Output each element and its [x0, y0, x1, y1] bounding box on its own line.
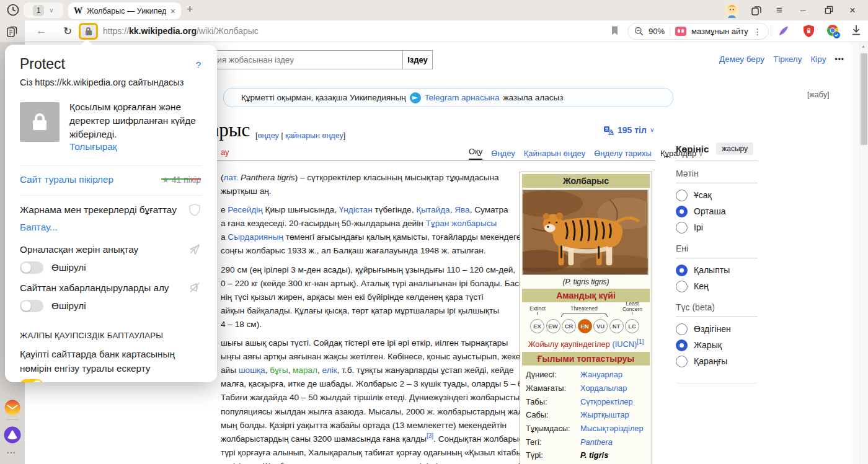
alice-assistant-icon[interactable]	[4, 426, 21, 444]
edit-source-link[interactable]: қайнарын өңдеу	[285, 131, 343, 140]
ads-configure-link[interactable]: Баптау...	[20, 222, 202, 233]
iucn-link[interactable]: (IUCN)	[612, 339, 637, 349]
address-url[interactable]: https://kk.wikipedia.org/wiki/Жолбарыс	[103, 26, 259, 36]
tab-panels-icon[interactable]	[751, 5, 762, 16]
scrollbar-up-icon[interactable]: ▲	[861, 44, 866, 48]
help-link[interactable]: ?	[196, 59, 201, 70]
radio-text-large[interactable]: Ірі	[676, 219, 758, 235]
profile-avatar[interactable]	[724, 2, 740, 18]
article-link[interactable]: Сырдарияның	[228, 232, 283, 242]
iucn-ew[interactable]: EW	[546, 319, 560, 333]
download-icon[interactable]	[851, 24, 862, 37]
tab-history[interactable]: Өңделу тарихы	[594, 149, 652, 158]
article-link[interactable]: Үндістан	[339, 205, 373, 214]
register-link[interactable]: Тіркелу	[773, 55, 802, 64]
taxon-link[interactable]: Мысықтәрізділер	[580, 424, 644, 433]
divider	[676, 160, 758, 160]
article-link[interactable]: Тұран жолбарысы	[426, 219, 497, 228]
scrollbar-thumb[interactable]	[861, 53, 867, 145]
close-window-icon[interactable]: ×	[849, 4, 856, 17]
article-line: жолбарыстардың саны 3200 шамасында ғана …	[221, 432, 520, 446]
browser-tab[interactable]: W Жолбарыс — Уикипеди ×	[68, 2, 181, 19]
language-selector[interactable]: A 195 тіл ∨	[603, 125, 654, 135]
divider	[676, 258, 758, 258]
back-icon[interactable]: ←	[36, 25, 46, 37]
read-aloud-icon[interactable]	[675, 27, 686, 36]
radio-color-auto[interactable]: Өздігінен	[676, 321, 758, 337]
radio-width-standard[interactable]: Қалыпты	[676, 262, 758, 278]
yandex-mail-icon[interactable]	[4, 400, 20, 416]
iucn-vu[interactable]: VU	[593, 319, 608, 333]
iucn-ex[interactable]: EX	[530, 319, 544, 333]
iucn-lc[interactable]: LC	[625, 319, 639, 333]
toggle-off[interactable]	[20, 300, 43, 312]
tab-close-icon[interactable]: ×	[170, 6, 175, 16]
article-link[interactable]: Ресейдің	[228, 205, 262, 214]
reload-icon[interactable]: ↻	[63, 25, 72, 38]
more-options-icon[interactable]: ⋮	[753, 27, 762, 37]
banner-close-link[interactable]: [жабу]	[807, 90, 829, 99]
user-menu-icon[interactable]: •••	[835, 55, 844, 64]
reference-link[interactable]: [1]	[637, 338, 644, 345]
read-aloud-label[interactable]: мазмұнын айту	[691, 27, 748, 36]
edit-link[interactable]: өңдеу	[257, 131, 278, 140]
taxon-link[interactable]: Жыртқыштар	[580, 410, 629, 419]
threatened-brace	[561, 313, 608, 317]
iucn-cr[interactable]: CR	[562, 319, 576, 333]
sidebar-panels-icon[interactable]	[6, 25, 18, 38]
details-link[interactable]: Толығырақ	[69, 141, 202, 152]
login-link[interactable]: Кіру	[810, 55, 826, 64]
iucn-nt[interactable]: NT	[609, 319, 624, 333]
radio-icon	[676, 323, 688, 335]
article-link[interactable]: бұғы	[270, 366, 288, 375]
site-lock-button[interactable]	[79, 23, 98, 40]
toggle-on[interactable]	[20, 379, 43, 382]
minimize-icon[interactable]: –	[800, 4, 805, 15]
iucn-en-active[interactable]: EN	[578, 319, 592, 333]
bookmark-icon[interactable]	[610, 25, 619, 36]
article-line: соңғы жолбарыс 1933 ж., ал Балқаш жағала…	[221, 244, 520, 258]
new-tab-button[interactable]: +	[187, 3, 193, 16]
article-link[interactable]: Қытайда	[416, 205, 450, 214]
radio-width-wide[interactable]: Кең	[676, 278, 758, 294]
radio-color-light[interactable]: Жарық	[676, 337, 758, 353]
toggle-off[interactable]	[20, 261, 43, 274]
article-link[interactable]: лат.	[224, 173, 239, 182]
radio-color-dark[interactable]: Қараңғы	[676, 353, 758, 369]
taxon-link[interactable]: Panthera	[580, 437, 613, 447]
tab-edit[interactable]: Өңдеу	[491, 149, 515, 158]
taxon-link[interactable]: Сүтқоректілер	[580, 397, 633, 406]
article-link[interactable]: шошқа	[239, 366, 265, 375]
zoom-level[interactable]: 90%	[649, 27, 665, 36]
tab-edit-source[interactable]: Қайнарын өңдеу	[524, 149, 585, 158]
radio-text-small[interactable]: Ұсақ	[676, 187, 758, 203]
wiki-search-button[interactable]: Іздеу	[402, 50, 433, 69]
zoom-out-icon[interactable]	[634, 27, 644, 36]
restore-window-icon[interactable]	[825, 6, 833, 14]
taxon-link[interactable]: Жануарлар	[580, 370, 622, 379]
endangered-link[interactable]: Жойылу қаупіндегілер	[528, 339, 610, 349]
sidebar-more-icon[interactable]: •••	[7, 450, 16, 456]
reference-link[interactable]: [3]	[427, 432, 433, 439]
menu-icon[interactable]: ≡	[776, 4, 782, 17]
history-icon[interactable]	[6, 3, 20, 17]
taxon-link[interactable]: Хордалылар	[580, 383, 627, 393]
article-text: нің түсі қызыл жирен, арқасы мен екі бүй…	[221, 292, 484, 302]
telegram-link[interactable]: Telegram арнасына	[425, 93, 500, 102]
radio-text-standard[interactable]: Орташа	[676, 203, 758, 219]
chrome-extension-icon[interactable]	[826, 24, 841, 39]
article-paragraph: (лат. Panthera tigris) – сүтқоректілер к…	[221, 171, 520, 198]
article-link[interactable]: елік	[322, 366, 337, 375]
adblock-shield-icon[interactable]	[802, 24, 815, 38]
tab-counter-button[interactable]: 1 ∨	[24, 2, 63, 18]
article-line: нің түсі қызыл жирен, арқасы мен екі бүй…	[221, 291, 520, 304]
donate-link[interactable]: Демеу беру	[719, 55, 764, 64]
status-label-threatened: Threatened	[567, 306, 601, 312]
feather-extension-icon[interactable]	[777, 25, 790, 37]
article-link[interactable]: марал	[293, 366, 317, 375]
article-link[interactable]: Ява	[454, 205, 469, 214]
tab-read[interactable]: Оқу	[469, 147, 482, 160]
tiger-image[interactable]	[522, 190, 649, 275]
tab-talk-link[interactable]: ау	[221, 147, 229, 157]
hide-button[interactable]: жасыру	[716, 142, 753, 155]
